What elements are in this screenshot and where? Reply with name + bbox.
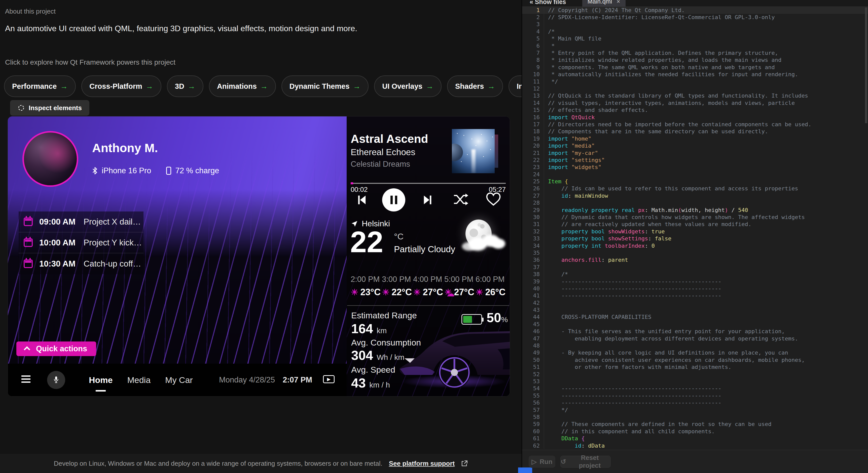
tag-3d[interactable]: 3D→ [167, 75, 204, 97]
code-area[interactable]: 1// Copyright (C) 2024 The Qt Company Lt… [522, 6, 868, 450]
code-line[interactable]: 4/* [522, 28, 868, 35]
code-line[interactable]: 52 [522, 371, 868, 378]
show-files-button[interactable]: « Show files [530, 0, 566, 6]
code-line[interactable]: 33 property bool showSettings: false [522, 235, 868, 242]
code-line[interactable]: 42 [522, 299, 868, 306]
code-line[interactable]: 36 anchors.fill: parent [522, 257, 868, 264]
quick-actions-button[interactable]: Quick actions [17, 341, 96, 356]
code-line[interactable]: 35 [522, 249, 868, 256]
code-line[interactable]: 60 // in this component and all child co… [522, 428, 868, 435]
code-line[interactable]: 10 * automatically initializes the neede… [522, 71, 868, 78]
code-line[interactable]: 20import "media" [522, 142, 868, 149]
code-line[interactable]: 59 // These components are defined in th… [522, 421, 868, 428]
voice-assistant-button[interactable] [47, 371, 65, 389]
code-line[interactable]: 27 id: mainWindow [522, 192, 868, 199]
tag-cross-platform[interactable]: Cross-Platform→ [81, 75, 161, 97]
code-line[interactable]: 31 // are reactively updated when these … [522, 221, 868, 228]
nav-item-media[interactable]: Media [127, 375, 151, 385]
code-line[interactable]: 23import "widgets" [522, 164, 868, 171]
code-line[interactable]: 43 [522, 306, 868, 313]
avatar[interactable] [22, 131, 78, 187]
pause-button[interactable] [382, 188, 405, 211]
code-line[interactable]: 14// visual types, interactive types, an… [522, 99, 868, 106]
run-button[interactable]: ▷ Run [529, 455, 555, 468]
code-line[interactable]: 57 */ [522, 406, 868, 413]
tag-ui-overlays[interactable]: UI Overlays→ [374, 75, 441, 97]
code-line[interactable]: 26 // Ids can be used to refer to this c… [522, 185, 868, 192]
code-line[interactable]: 38 /* [522, 271, 868, 278]
code-line[interactable]: 48 [522, 342, 868, 349]
code-line[interactable]: 53 [522, 378, 868, 385]
code-line[interactable]: 32 property bool showWidgets: true [522, 228, 868, 235]
code-line[interactable]: 17// Directories need to be imported bef… [522, 121, 868, 128]
calendar-event-row[interactable]: 09:00 AMProject X dail… [19, 211, 144, 232]
playback-progress-bar[interactable] [351, 183, 506, 184]
code-line[interactable]: 34 property int toolbarIndex: 0 [522, 242, 868, 249]
nav-time: 2:07 PM [283, 375, 312, 384]
editor-scrollbar[interactable] [865, 7, 867, 123]
tab-main-qml[interactable]: Main.qml × [582, 0, 626, 6]
code-line[interactable]: 3 [522, 21, 868, 28]
code-line[interactable]: 50 achieve consistent user experiences o… [522, 356, 868, 363]
calendar-event-row[interactable]: 10:00 AMProject Y kick… [19, 232, 144, 253]
code-line[interactable]: 45 [522, 320, 868, 328]
code-line[interactable]: 18// Components that are in the same dir… [522, 128, 868, 135]
reset-project-button[interactable]: ↺ Reset project [560, 455, 611, 468]
code-line[interactable]: 37 [522, 264, 868, 271]
tag-dynamic-themes[interactable]: Dynamic Themes→ [281, 75, 369, 97]
nav-item-my-car[interactable]: My Car [165, 375, 193, 385]
code-line[interactable]: 24 [522, 171, 868, 178]
code-line[interactable]: 1// Copyright (C) 2024 The Qt Company Lt… [522, 6, 868, 13]
code-line[interactable]: 61 DData { [522, 435, 868, 442]
tag-animations[interactable]: Animations→ [209, 75, 276, 97]
code-line[interactable]: 58 [522, 413, 868, 420]
code-line[interactable]: 29 readonly property real px: Math.min(w… [522, 206, 868, 213]
cluster-display-icon[interactable]: ▶ [323, 375, 335, 383]
code-line[interactable]: 28 [522, 199, 868, 206]
code-line[interactable]: 55 -------------------------------------… [522, 392, 868, 399]
code-line[interactable]: 16import QtQuick [522, 114, 868, 121]
code-line[interactable]: 21import "my-car" [522, 149, 868, 157]
code-line[interactable]: 11 */ [522, 78, 868, 85]
tag-performance[interactable]: Performance→ [4, 75, 76, 97]
code-line[interactable]: 13// QtQuick is the standard library of … [522, 92, 868, 99]
sun-icon: ☀ [475, 288, 483, 297]
code-line[interactable]: 49 - By keeping all core logic and UI de… [522, 349, 868, 356]
previous-track-button[interactable] [355, 193, 368, 206]
album-art[interactable] [452, 129, 495, 173]
code-line[interactable]: 56 -------------------------------------… [522, 399, 868, 406]
next-track-button[interactable] [421, 193, 434, 206]
inspect-elements-button[interactable]: Inspect elements [10, 100, 89, 116]
code-line[interactable]: 2// SPDX-License-Identifier: LicenseRef-… [522, 13, 868, 21]
code-line[interactable]: 30 // Dynamic data that controls how wid… [522, 213, 868, 221]
code-line[interactable]: 40 -------------------------------------… [522, 285, 868, 292]
code-line[interactable]: 54 -------------------------------------… [522, 385, 868, 392]
calendar-event-row[interactable]: 10:30 AMCatch-up coff… [19, 253, 144, 274]
code-text: or other form factors with minimal adjus… [544, 364, 731, 371]
close-tab-icon[interactable]: × [617, 0, 620, 5]
shuffle-button[interactable] [454, 193, 468, 206]
code-line[interactable]: 51 or other form factors with minimal ad… [522, 364, 868, 371]
code-line[interactable]: 8 * initializes window related propertie… [522, 57, 868, 64]
line-number: 23 [522, 164, 544, 170]
tag-shaders[interactable]: Shaders→ [447, 75, 503, 97]
code-line[interactable]: 19import "home" [522, 135, 868, 142]
code-line[interactable]: 9 * components. The same QML works on bo… [522, 64, 868, 71]
code-line[interactable]: 15// effects and shader effects. [522, 106, 868, 113]
code-line[interactable]: 41 -------------------------------------… [522, 292, 868, 299]
code-line[interactable]: 44 CROSS-PLATFORM CAPABILITIES [522, 313, 868, 320]
code-line[interactable]: 39 -------------------------------------… [522, 278, 868, 285]
code-line[interactable]: 5 * Main QML file [522, 35, 868, 42]
nav-item-home[interactable]: Home [89, 375, 113, 385]
code-line[interactable]: 46 - This file serves as the unified ent… [522, 328, 868, 335]
code-line[interactable]: 12 [522, 85, 868, 92]
code-line[interactable]: 25Item { [522, 178, 868, 185]
favorite-button[interactable] [486, 192, 501, 206]
menu-icon[interactable] [22, 375, 30, 383]
platform-support-link[interactable]: See platform support [389, 460, 455, 468]
code-line[interactable]: 6 * [522, 42, 868, 49]
code-line[interactable]: 47 enabling deployment across different … [522, 335, 868, 342]
code-line[interactable]: 22import "settings" [522, 157, 868, 164]
code-line[interactable]: 7 * Entry point of the QML application. … [522, 49, 868, 56]
code-line[interactable]: 62 id: dData [522, 442, 868, 449]
